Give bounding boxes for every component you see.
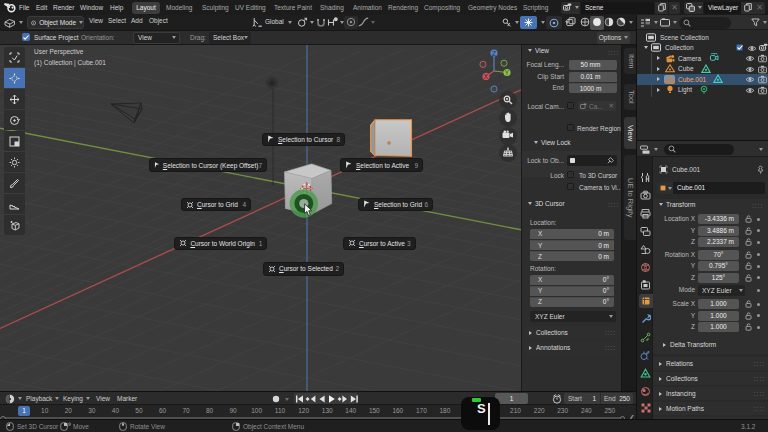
svg-text:Y: Y	[505, 69, 510, 76]
svg-text:Z: Z	[492, 50, 496, 57]
svg-text:X: X	[484, 73, 489, 80]
